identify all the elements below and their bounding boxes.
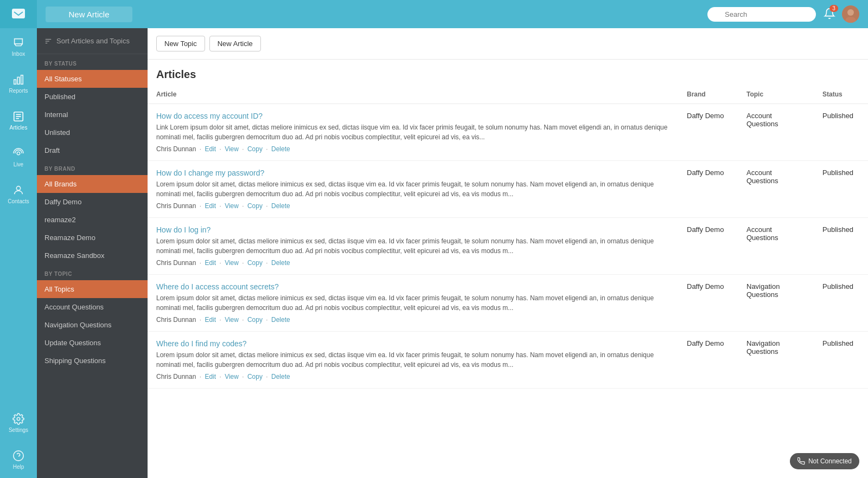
topic-filter-account[interactable]: Account Questions bbox=[37, 298, 148, 316]
article-excerpt: Lorem ipsum dolor sit amet, dictas melio… bbox=[156, 350, 669, 370]
header-title: New Article bbox=[46, 7, 132, 22]
article-action-edit[interactable]: Edit bbox=[205, 145, 216, 153]
article-action-delete[interactable]: Delete bbox=[271, 316, 290, 324]
article-action-delete[interactable]: Delete bbox=[271, 373, 290, 380]
sort-articles-topics-button[interactable]: Sort Articles and Topics bbox=[37, 28, 148, 54]
status-filter-internal[interactable]: Internal bbox=[37, 106, 148, 124]
article-action-delete[interactable]: Delete bbox=[271, 259, 290, 267]
article-meta: Chris Dunnan · Edit · View · Copy · Dele… bbox=[156, 373, 669, 380]
articles-section-title: Articles bbox=[148, 60, 868, 85]
article-action-edit[interactable]: Edit bbox=[205, 316, 216, 324]
article-title-link[interactable]: How do I log in? bbox=[156, 225, 669, 234]
article-excerpt: Lorem ipsum dolor sit amet, dictas melio… bbox=[156, 179, 669, 199]
by-status-label: BY STATUS bbox=[37, 54, 148, 70]
sidebar-item-contacts[interactable]: Contacts bbox=[0, 176, 37, 212]
status-filter-all[interactable]: All Statuses bbox=[37, 70, 148, 88]
table-row: Where do I find my codes? Lorem ipsum do… bbox=[148, 332, 868, 389]
article-excerpt: Lorem ipsum dolor sit amet, dictas melio… bbox=[156, 293, 669, 313]
article-meta: Chris Dunnan · Edit · View · Copy · Dele… bbox=[156, 316, 669, 324]
not-connected-badge: Not Connected bbox=[790, 453, 859, 469]
col-topic: Topic bbox=[738, 85, 814, 104]
article-meta: Chris Dunnan · Edit · View · Copy · Dele… bbox=[156, 145, 669, 153]
new-topic-button[interactable]: New Topic bbox=[156, 36, 205, 51]
brand-filter-all[interactable]: All Brands bbox=[37, 175, 148, 193]
svg-point-9 bbox=[16, 186, 20, 190]
article-action-view[interactable]: View bbox=[225, 373, 239, 380]
col-status: Status bbox=[814, 85, 868, 104]
settings-icon bbox=[12, 413, 24, 425]
article-action-delete[interactable]: Delete bbox=[271, 202, 290, 210]
article-title-link[interactable]: Where do I access account secrets? bbox=[156, 282, 669, 291]
brand-filter-reamaze2[interactable]: reamaze2 bbox=[37, 211, 148, 229]
svg-point-16 bbox=[847, 9, 854, 16]
article-action-view[interactable]: View bbox=[225, 202, 239, 210]
article-title-link[interactable]: How do I change my password? bbox=[156, 169, 669, 177]
avatar[interactable] bbox=[842, 5, 859, 23]
contacts-icon bbox=[12, 184, 24, 196]
article-author: Chris Dunnan bbox=[156, 202, 196, 210]
article-action-copy[interactable]: Copy bbox=[247, 202, 263, 210]
svg-rect-1 bbox=[14, 80, 16, 84]
reports-label: Reports bbox=[9, 88, 28, 94]
articles-icon bbox=[12, 111, 24, 122]
table-row: How do I change my password? Lorem ipsum… bbox=[148, 161, 868, 218]
article-action-copy[interactable]: Copy bbox=[247, 373, 263, 380]
svg-rect-2 bbox=[17, 77, 20, 84]
article-title-link[interactable]: How do access my account ID? bbox=[156, 112, 669, 120]
article-action-delete[interactable]: Delete bbox=[271, 145, 290, 153]
brand-filter-daffy[interactable]: Daffy Demo bbox=[37, 193, 148, 211]
not-connected-label: Not Connected bbox=[808, 457, 852, 465]
col-brand: Brand bbox=[678, 85, 738, 104]
article-action-edit[interactable]: Edit bbox=[205, 373, 216, 380]
topic-filter-shipping[interactable]: Shipping Questions bbox=[37, 352, 148, 370]
live-icon bbox=[12, 147, 24, 159]
article-author: Chris Dunnan bbox=[156, 259, 196, 267]
article-action-edit[interactable]: Edit bbox=[205, 259, 216, 267]
article-action-view[interactable]: View bbox=[225, 316, 239, 324]
article-action-view[interactable]: View bbox=[225, 259, 239, 267]
sort-icon bbox=[44, 37, 52, 45]
sidebar-item-settings[interactable]: Settings bbox=[0, 404, 37, 441]
article-action-edit[interactable]: Edit bbox=[205, 202, 216, 210]
article-status: Published bbox=[814, 161, 868, 218]
new-article-button[interactable]: New Article bbox=[209, 36, 261, 51]
content-area: New Topic New Article Articles Article B… bbox=[148, 28, 868, 478]
status-filter-draft[interactable]: Draft bbox=[37, 141, 148, 159]
by-brand-label: BY BRAND bbox=[37, 159, 148, 175]
article-action-copy[interactable]: Copy bbox=[247, 145, 263, 153]
article-cell: How do I log in? Lorem ipsum dolor sit a… bbox=[148, 218, 678, 275]
article-action-copy[interactable]: Copy bbox=[247, 259, 263, 267]
settings-label: Settings bbox=[9, 427, 28, 433]
logo-icon bbox=[11, 7, 26, 22]
sidebar-wrapper: Sort Articles and Topics BY STATUS All S… bbox=[37, 28, 148, 478]
notification-badge: 3 bbox=[829, 5, 838, 12]
sidebar-item-reports[interactable]: Reports bbox=[0, 65, 37, 102]
article-excerpt: Lorem ipsum dolor sit amet, dictas melio… bbox=[156, 236, 669, 256]
article-action-view[interactable]: View bbox=[225, 145, 239, 153]
status-filter-unlisted[interactable]: Unlisted bbox=[37, 124, 148, 141]
article-topic: Account Questions bbox=[738, 218, 814, 275]
article-status: Published bbox=[814, 218, 868, 275]
brand-filter-reamaze-sandbox[interactable]: Reamaze Sandbox bbox=[37, 247, 148, 264]
sidebar-item-help[interactable]: Help bbox=[0, 441, 37, 478]
article-action-copy[interactable]: Copy bbox=[247, 316, 263, 324]
notifications-button[interactable]: 3 bbox=[824, 8, 835, 21]
sidebar-item-live[interactable]: Live bbox=[0, 139, 37, 176]
avatar-image bbox=[842, 5, 859, 23]
article-title-link[interactable]: Where do I find my codes? bbox=[156, 339, 669, 348]
article-brand: Daffy Demo bbox=[678, 104, 738, 161]
search-input[interactable] bbox=[707, 7, 816, 22]
topic-filter-all[interactable]: All Topics bbox=[37, 280, 148, 298]
status-filter-published[interactable]: Published bbox=[37, 88, 148, 106]
sidebar-item-articles[interactable]: Articles bbox=[0, 102, 37, 139]
article-status: Published bbox=[814, 104, 868, 161]
help-icon bbox=[12, 450, 24, 462]
svg-point-10 bbox=[17, 417, 20, 421]
article-status: Published bbox=[814, 275, 868, 332]
app-logo bbox=[0, 0, 37, 28]
topic-filter-navigation[interactable]: Navigation Questions bbox=[37, 316, 148, 334]
article-topic: Navigation Questions bbox=[738, 275, 814, 332]
sidebar-item-inbox[interactable]: Inbox bbox=[0, 28, 37, 65]
brand-filter-reamaze-demo[interactable]: Reamaze Demo bbox=[37, 229, 148, 247]
topic-filter-update[interactable]: Update Questions bbox=[37, 334, 148, 352]
